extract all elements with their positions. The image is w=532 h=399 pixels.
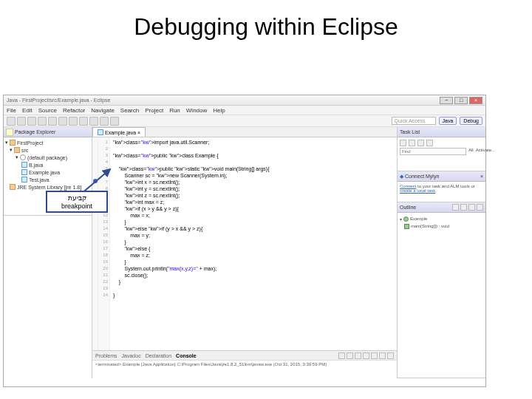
- menu-file[interactable]: File: [7, 107, 16, 114]
- method-icon: [404, 224, 409, 229]
- task-find-input[interactable]: [400, 148, 466, 155]
- mylyn-close-icon[interactable]: ×: [480, 174, 483, 179]
- java-file-icon: [21, 169, 27, 175]
- new-icon[interactable]: [7, 117, 16, 126]
- mylyn-create-link[interactable]: create a local task: [400, 188, 435, 193]
- file-example[interactable]: Example.java: [29, 170, 60, 175]
- menu-refactor[interactable]: Refactor: [63, 107, 85, 114]
- file-b[interactable]: B.java: [29, 163, 43, 168]
- mylyn-title: Connect Mylyn: [405, 174, 439, 179]
- tab-console[interactable]: Console: [176, 353, 197, 358]
- menu-window[interactable]: Window: [186, 107, 207, 114]
- outline-hide-fields-icon[interactable]: [460, 204, 467, 211]
- console-max-icon[interactable]: [387, 352, 394, 359]
- task-sync-icon[interactable]: [417, 140, 424, 146]
- new-class-icon[interactable]: [58, 117, 67, 126]
- mylyn-view: ◆ Connect Mylyn × Connect to your task a…: [398, 171, 485, 202]
- breakpoint-callout: קביעת breakpoint: [46, 191, 108, 213]
- file-test[interactable]: Test.java: [29, 177, 50, 183]
- menu-search[interactable]: Search: [120, 107, 139, 114]
- console-min-icon[interactable]: [379, 352, 386, 359]
- forward-icon[interactable]: [110, 117, 119, 126]
- src-node[interactable]: src: [21, 148, 28, 153]
- minimize-button[interactable]: −: [440, 97, 453, 104]
- task-new-icon[interactable]: [400, 140, 406, 146]
- outline-header[interactable]: Outline: [398, 202, 485, 213]
- task-all[interactable]: All: [468, 148, 474, 155]
- main-toolbar: Quick Access Java Debug: [4, 115, 485, 127]
- editor-tabs: Example.java ×: [92, 127, 397, 137]
- package-explorer-icon: [6, 129, 13, 136]
- run-icon[interactable]: [38, 117, 47, 126]
- mylyn-icon: ◆: [400, 174, 403, 180]
- package-explorer-title: Package Explorer: [15, 129, 55, 134]
- debug-icon[interactable]: [27, 117, 36, 126]
- java-file-icon: [98, 129, 103, 135]
- package-icon: [20, 154, 26, 160]
- console-clear-icon[interactable]: [338, 352, 345, 359]
- project-icon: [10, 140, 16, 146]
- menu-navigate[interactable]: Navigate: [91, 107, 115, 114]
- menu-project[interactable]: Project: [145, 107, 163, 114]
- jre-node[interactable]: JRE System Library [jre 1.8]: [17, 185, 81, 190]
- menu-help[interactable]: Help: [213, 107, 225, 114]
- mylyn-body: Connect to your task and ALM tools or cr…: [398, 182, 485, 195]
- menubar: File Edit Source Refactor Navigate Searc…: [4, 106, 485, 115]
- task-list-header[interactable]: Task List: [398, 127, 485, 137]
- back-icon[interactable]: [100, 117, 109, 126]
- close-tab-icon[interactable]: ×: [137, 130, 140, 135]
- task-list-title: Task List: [400, 129, 420, 134]
- outline-class[interactable]: Example: [410, 216, 427, 221]
- package-explorer-header[interactable]: Package Explorer: [4, 127, 92, 137]
- search-icon[interactable]: [79, 117, 88, 126]
- save-icon[interactable]: [17, 117, 26, 126]
- console-pin-icon[interactable]: [347, 352, 353, 359]
- bottom-panel: Problems Javadoc Declaration Console <te: [92, 350, 397, 378]
- task-list-view: Task List All Activate...: [398, 127, 485, 171]
- left-empty-area: [4, 216, 92, 378]
- perspective-java[interactable]: Java: [439, 117, 457, 125]
- menu-source[interactable]: Source: [38, 107, 57, 114]
- outline-sort-icon[interactable]: [452, 204, 459, 211]
- task-activate[interactable]: Activate...: [476, 148, 495, 155]
- tab-javadoc[interactable]: Javadoc: [122, 353, 141, 358]
- callout-line1: קביעת: [47, 194, 106, 202]
- new-package-icon[interactable]: [48, 117, 57, 126]
- mylyn-header[interactable]: ◆ Connect Mylyn ×: [398, 171, 485, 182]
- quick-access-input[interactable]: Quick Access: [392, 117, 436, 125]
- window-title: Java - FirstProject/src/Example.java - E…: [7, 98, 440, 103]
- console-scroll-lock-icon[interactable]: [355, 352, 361, 359]
- close-button[interactable]: ×: [469, 97, 482, 104]
- code-editor[interactable]: 123456789101112131415161718192021222324 …: [92, 137, 397, 350]
- project-node[interactable]: FirstProject: [17, 140, 43, 146]
- tab-declaration[interactable]: Declaration: [146, 353, 171, 358]
- pkg-node[interactable]: (default package): [27, 155, 67, 160]
- maximize-button[interactable]: □: [454, 97, 468, 104]
- src-icon: [14, 147, 20, 153]
- task-collapse-icon[interactable]: [426, 140, 433, 146]
- console-output: <terminated> Example [Java Application] …: [92, 361, 397, 368]
- menu-edit[interactable]: Edit: [22, 107, 33, 114]
- perspective-debug[interactable]: Debug: [460, 117, 482, 125]
- titlebar: Java - FirstProject/src/Example.java - E…: [4, 95, 485, 106]
- code-area[interactable]: "kw">class="kw">import java.util.Scanner…: [110, 137, 273, 350]
- console-display-icon[interactable]: [363, 352, 369, 359]
- java-file-icon: [21, 162, 27, 168]
- task-cat-icon[interactable]: [409, 140, 415, 146]
- toggle-breadcrumb-icon[interactable]: [89, 117, 98, 126]
- editor-tab-label: Example.java: [105, 130, 136, 135]
- console-open-icon[interactable]: [371, 352, 378, 359]
- outline-title: Outline: [400, 205, 416, 210]
- outline-method[interactable]: main(String[]) : void: [411, 224, 449, 228]
- class-icon: [403, 216, 409, 222]
- outline-hide-nonpublic-icon[interactable]: [477, 204, 483, 211]
- editor-tab-example[interactable]: Example.java ×: [92, 127, 146, 137]
- slide-title: Debugging within Eclipse: [0, 0, 532, 47]
- callout-line2: breakpoint: [47, 202, 106, 211]
- outline-hide-static-icon[interactable]: [468, 204, 475, 211]
- tab-problems[interactable]: Problems: [95, 353, 117, 358]
- jre-icon: [10, 184, 16, 190]
- open-type-icon[interactable]: [69, 117, 78, 126]
- eclipse-window: Java - FirstProject/src/Example.java - E…: [3, 95, 486, 387]
- menu-run[interactable]: Run: [169, 107, 180, 114]
